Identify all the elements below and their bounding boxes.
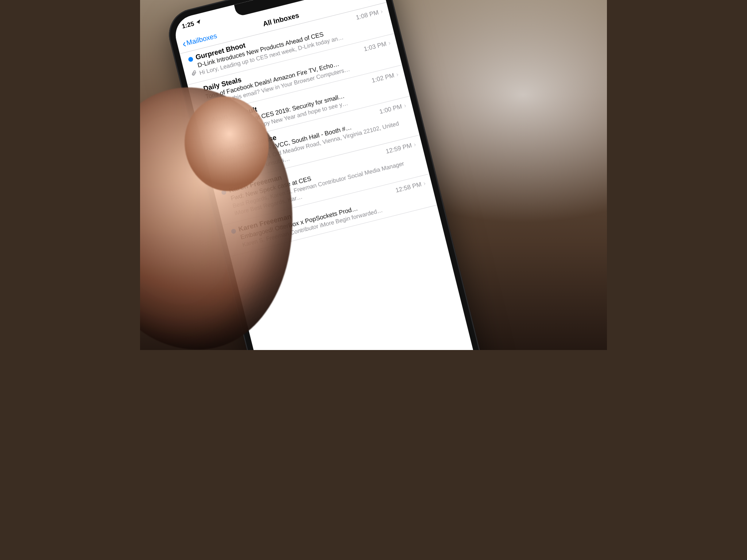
chevron-right-icon: › <box>380 8 383 15</box>
chevron-right-icon: › <box>395 71 399 78</box>
edit-button[interactable]: Edit <box>367 0 380 2</box>
attachment-icon <box>190 70 198 78</box>
chevron-right-icon: › <box>388 39 391 47</box>
chevron-right-icon: › <box>403 102 407 110</box>
chevron-right-icon: › <box>423 180 426 187</box>
chevron-right-icon: › <box>413 141 417 148</box>
location-arrow-icon <box>195 19 202 27</box>
photo-scene: 1:25 ‹ <box>140 0 607 350</box>
unread-dot-icon <box>187 57 193 62</box>
status-time: 1:25 <box>181 20 195 30</box>
